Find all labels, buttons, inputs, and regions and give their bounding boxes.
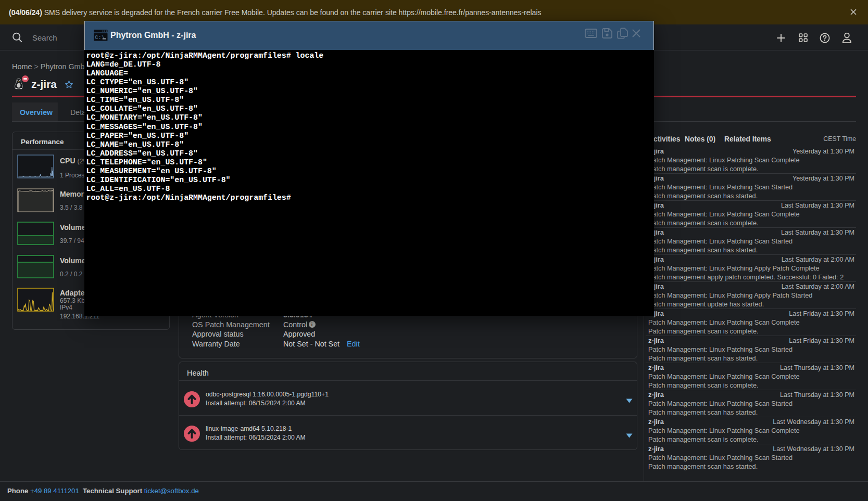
svg-text:C:\: C:\: [95, 34, 105, 41]
